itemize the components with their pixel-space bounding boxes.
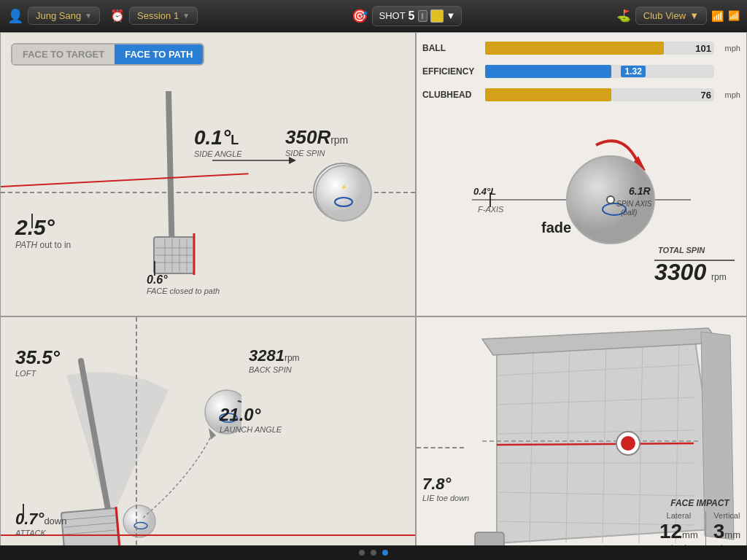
session-name: Session 1 [137, 10, 179, 21]
back-spin-value: 3281 [249, 346, 285, 365]
lateral-value-row: 12mm [659, 520, 698, 543]
club-section: ⛳ Club View ▼ 📶 📶 [616, 7, 740, 25]
face-label: FACE closed to path [147, 287, 220, 295]
attack-loft-panel: 35.5° LOFT 3281rpm BACK SPIN 21.0° LAUNC… [0, 316, 416, 560]
spin-diagram: 6.1R SPIN AXIS (ball) 0.4°L F-AXIS fade … [417, 106, 746, 272]
svg-point-20 [607, 196, 614, 203]
session-arrow: ▼ [182, 12, 190, 20]
vertical-value: 3 [713, 520, 725, 542]
dot-2[interactable] [371, 550, 376, 556]
side-spin-value: 350R [285, 126, 330, 148]
loft-value: 35.5° [15, 346, 60, 368]
q3-content: 35.5° LOFT 3281rpm BACK SPIN 21.0° LAUNC… [1, 317, 415, 559]
shot-arrow: ▼ [446, 10, 456, 21]
player-name: Jung Sang [36, 10, 81, 21]
attack-label: ATTACK [15, 529, 66, 537]
svg-text:fade: fade [541, 219, 571, 236]
svg-text:3300: 3300 [654, 259, 706, 285]
face-impact-container: FACE IMPACT Lateral 12mm heel Vertical 3… [659, 498, 740, 552]
side-angle-dir: L [231, 133, 239, 147]
ball-stat-row: BALL 101 mph [422, 39, 740, 58]
shot-number: 5 [409, 9, 415, 23]
navbar: 👤 Jung Sang ▼ ⏰ Session 1 ▼ 🎯 SHOT 5 I ▼… [0, 0, 747, 32]
lateral-unit: mm [682, 529, 698, 540]
svg-point-59 [621, 436, 635, 451]
face-to-target-btn[interactable]: FACE TO TARGET [12, 44, 115, 64]
vertical-unit: mm [724, 529, 740, 540]
lateral-value: 12 [659, 520, 682, 542]
face-to-path-panel: FACE TO TARGET FACE TO PATH [0, 32, 416, 316]
lateral-label: Lateral [659, 511, 698, 520]
shot-badge: SHOT 5 I ▼ [372, 6, 462, 26]
efficiency-value: 1.32 [621, 66, 645, 77]
session-button[interactable]: Session 1 ▼ [129, 7, 198, 25]
attack-dir: down [44, 516, 66, 526]
svg-text:0.4°L: 0.4°L [473, 186, 496, 197]
svg-text:F-AXIS: F-AXIS [478, 205, 504, 214]
launch-angle-value: 21.0° [220, 405, 260, 424]
loft-label: LOFT [15, 369, 60, 378]
face-impact-panel: 7.8° LIE toe down FACE IMPACT Lateral 12… [416, 316, 747, 560]
launch-angle-label: LAUNCH ANGLE [220, 425, 282, 434]
face-to-path-btn[interactable]: FACE TO PATH [115, 44, 203, 64]
efficiency-bar-bg: 1.32 [485, 65, 714, 78]
path-label: PATH out to in [15, 240, 71, 250]
svg-text:⚡: ⚡ [341, 184, 347, 190]
efficiency-stat-row: EFFICIENCY 1.32 [422, 62, 740, 81]
face-impact-title: FACE IMPACT [659, 498, 740, 508]
main-content: FACE TO TARGET FACE TO PATH [0, 32, 747, 560]
svg-text:rpm: rpm [711, 272, 727, 282]
lie-container: 7.8° LIE toe down [422, 475, 469, 502]
svg-point-10 [316, 166, 371, 221]
player-icon: 👤 [7, 8, 23, 24]
face-value: 0.6° [147, 273, 168, 286]
spin-svg: 6.1R SPIN AXIS (ball) 0.4°L F-AXIS fade … [428, 87, 735, 291]
ball-q1: ⚡ [313, 163, 371, 221]
ball-bar-fill [485, 42, 664, 55]
svg-text:SPIN AXIS: SPIN AXIS [616, 200, 652, 208]
vertical-value-row: 3mm [713, 520, 740, 543]
dot-1[interactable] [359, 550, 365, 556]
lie-label: LIE toe down [422, 494, 469, 502]
shot-section: 🎯 SHOT 5 I ▼ [352, 6, 462, 26]
club-arrow: ▼ [689, 10, 699, 21]
attack-value: 0.7° [15, 510, 44, 528]
stats-spin-panel: BALL 101 mph EFFICIENCY 1.32 CLUBHEAD [416, 32, 747, 316]
efficiency-label: EFFICIENCY [422, 66, 481, 77]
shot-color [430, 9, 444, 23]
shot-label: SHOT [379, 10, 405, 21]
club-icon: ⛳ [616, 9, 631, 23]
page-dots [0, 545, 747, 560]
ball-stat-value: 101 [695, 43, 711, 54]
club-view-label: Club View [643, 10, 686, 21]
loft-container: 35.5° LOFT [15, 346, 60, 378]
svg-marker-14 [289, 157, 296, 164]
ball-stat-label: BALL [422, 43, 481, 53]
dot-3[interactable] [382, 550, 388, 556]
back-spin-unit: rpm [285, 353, 300, 363]
side-spin-unit: rpm [330, 134, 348, 146]
iron-club-q1 [110, 91, 241, 281]
q4-content: 7.8° LIE toe down FACE IMPACT Lateral 12… [417, 317, 746, 559]
back-spin-label: BACK SPIN [249, 365, 300, 374]
lie-ref-line [417, 447, 464, 448]
club-view-button[interactable]: Club View ▼ [635, 7, 707, 25]
toggle-bar: FACE TO TARGET FACE TO PATH [11, 43, 204, 66]
launch-angle-container: 21.0° LAUNCH ANGLE [220, 405, 282, 434]
bluetooth-icon: 📶 [711, 10, 724, 22]
shot-icon: 🎯 [352, 8, 368, 24]
side-spin-container: 350Rrpm SIDE SPIN [285, 126, 348, 158]
vertical-label: Vertical [713, 511, 740, 520]
face-label-container: 0.6° FACE closed to path [147, 273, 220, 295]
svg-line-0 [169, 91, 172, 259]
player-arrow: ▼ [85, 12, 92, 20]
svg-text:TOTAL SPIN: TOTAL SPIN [658, 246, 705, 254]
vertical-ref-line [136, 317, 137, 559]
attack-tick [23, 504, 24, 516]
path-value: 2.5° [15, 215, 71, 240]
player-button[interactable]: Jung Sang ▼ [28, 7, 100, 25]
shot-i: I [418, 10, 427, 22]
path-tick [31, 214, 33, 228]
svg-text:6.1R: 6.1R [629, 185, 651, 197]
side-spin-label: SIDE SPIN [285, 149, 348, 158]
